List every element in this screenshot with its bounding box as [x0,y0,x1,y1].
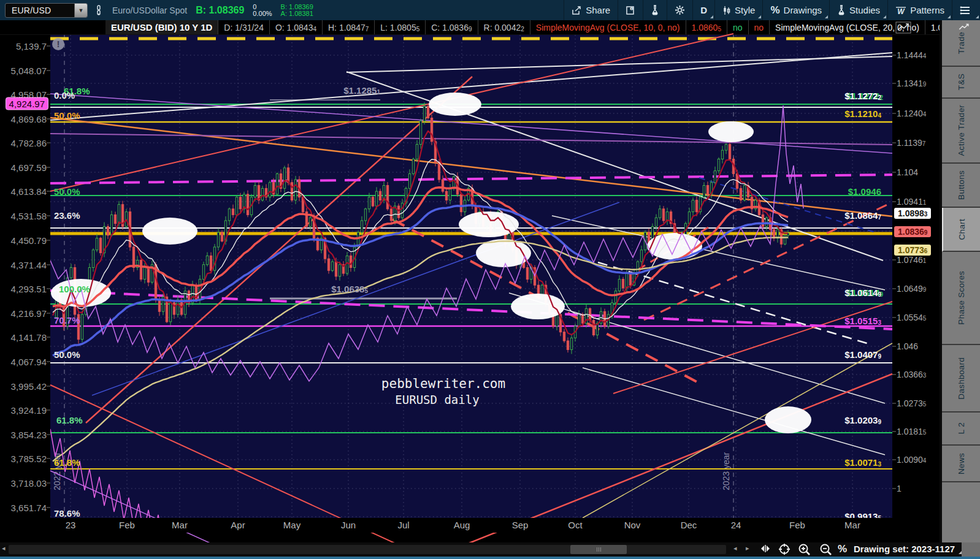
price-level-label: $1.0946 [848,186,881,197]
chart-scrollbar-thumb[interactable] [570,545,627,554]
share-button[interactable]: Share [564,0,618,20]
sidebar-tab-buttons[interactable]: Buttons [942,164,980,208]
sidebar-filler [942,482,980,542]
studies-button[interactable]: Studies [829,0,887,20]
chart-title-cell: EUR/USD (BID) 10 Y 1D [105,20,218,34]
fib-retracement-label: 23.6% [54,210,80,221]
sidebar-tab-l-2[interactable]: L 2 [942,413,980,446]
chart-restore-icon[interactable] [895,21,911,34]
ask-small: A: 1.08381 [281,10,313,17]
percent-zoom-icon[interactable]: % [838,543,852,556]
chart-header-cell[interactable]: SimpleMovingAvg (CLOSE, 10, 0, no) [530,20,686,34]
candlestick-style-icon [722,6,731,15]
sidebar-tab-label: Chart [957,219,967,240]
pan-left-arrow[interactable]: ◂ [733,544,737,552]
timeframe-button[interactable]: D [692,0,714,20]
chart-header-cell: C: 1.08369 [426,20,478,34]
price-chart[interactable]: 2022 year2023 year61.8%0.0%50.0%50.0%23.… [0,0,940,542]
left-axis-label: 3,995.42 [11,381,47,392]
sidebar-tab-t-s[interactable]: T&S [942,67,980,99]
right-axis-label: 1.01815 [897,427,926,436]
style-button[interactable]: Style [714,0,762,20]
price-level-label: $1.04079 [844,349,881,360]
sidebar-tab-phase-scores[interactable]: Phase Scores [942,252,980,345]
restore-panel-icon[interactable] [957,22,973,33]
price-level-label: $1.06149 [844,287,881,298]
left-axis-label: 4,869.68 [11,114,47,124]
drawing-lines [50,34,892,542]
sidebar-tab-dashboard[interactable]: Dashboard [942,345,980,413]
month-label: Jun [341,520,356,530]
chart-header-cell[interactable]: no [749,20,770,34]
fib-retracement-label: 50.0% [54,349,80,360]
price-level-label: $1.12722 [844,91,881,101]
month-label: Feb [119,520,135,530]
pan-right-arrow[interactable]: ▸ [746,544,749,552]
year-marker-label: 2022 year [52,452,62,490]
drawing-set-selector[interactable]: Drawing set: 2023-1127 [854,544,955,554]
sidebar-tab-label: Buttons [957,170,966,200]
link-chart-icon[interactable] [91,3,106,18]
change-percent: 0.00% [253,10,272,17]
percent-icon: % [770,4,779,17]
fib-retracement-label: 0.0% [54,90,75,101]
crosshair-target-icon[interactable] [778,543,792,556]
chart-header-strip: EUR/USD (BID) 10 Y 1DD: 1/31/24O: 1.0843… [0,20,940,35]
patterns-button[interactable]: W Patterns [887,0,952,20]
watermark-line1: pebblewriter.com [381,376,505,391]
share-label: Share [586,5,610,15]
right-axis-label: 1.11397 [897,138,925,148]
share-icon [572,6,582,15]
document-info-icon: i [626,6,635,15]
notes-button[interactable]: i [618,0,643,20]
analyze-button[interactable] [643,0,667,20]
symbol-selector[interactable]: EUR/USD ▼ [5,3,88,18]
time-axis: 23FebMarAprMayJunJulAugSepOctNovDec24Feb… [0,518,940,533]
drawings-button[interactable]: % Drawings [762,0,829,20]
left-axis-label: 4,531.58 [11,211,47,221]
fib-retracement-label: 61.8% [54,457,80,468]
left-axis-label: 3,785.52 [11,454,47,464]
right-axis-label: 1 [897,484,902,493]
left-axis-label: 5,139.7 [16,41,47,51]
month-label: May [283,520,301,530]
month-label: Nov [624,520,641,530]
price-level-label: $1.00713 [844,457,881,468]
right-axis-label: 1.14444 [897,50,926,60]
fib-retracement-label: 50.0% [54,186,80,197]
studies-label: Studies [849,5,880,15]
zoom-in-icon[interactable] [797,543,812,556]
price-level-label: $1.02039 [844,415,881,425]
right-axis-label: 1.06499 [897,284,926,294]
settings-button[interactable] [667,0,692,20]
dropdown-corner-icon [758,15,761,18]
chart-header-cell: D: 1/31/24 [218,20,270,34]
menu-button[interactable] [952,0,980,20]
sidebar-tab-label: T&S [957,74,966,90]
sidebar-tab-active-trader[interactable]: Active Trader [942,99,980,164]
axis-price-bubble: 1.08369 [894,226,931,237]
bottom-bar-endcap [962,542,980,557]
zoom-out-icon[interactable] [819,543,833,556]
right-axis-label: 1.02735 [897,398,926,408]
sidebar-tab-news[interactable]: News [942,446,980,482]
chart-header-cell[interactable]: 1.08605 [686,20,727,34]
chart-labels: 61.8%0.0%50.0%50.0%23.6%100.0%70.7%50.0%… [47,38,896,522]
alert-icon [52,38,64,50]
change-value: 0 [253,4,272,10]
scroll-left-arrow[interactable]: ◂ [2,544,6,552]
chart-plot-area[interactable]: 2022 year2023 year61.8%0.0%50.0%50.0%23.… [0,0,940,542]
highlight-ellipses [51,93,811,433]
sidebar-tab-label: Phase Scores [957,271,966,325]
price-level-label: $1.05153 [844,316,881,326]
timeframe-label: D [700,5,707,15]
fit-width-icon[interactable] [759,543,773,556]
symbol-dropdown-icon[interactable]: ▼ [74,4,87,17]
sidebar-tab-label: Active Trader [957,105,966,156]
sidebar-tab-chart[interactable]: Chart [942,208,980,252]
symbol-input[interactable]: EUR/USD [6,6,74,15]
left-axis-label: 4,293.51 [11,284,47,294]
chart-scrollbar-track[interactable] [9,545,726,554]
dropdown-corner-icon [710,15,713,18]
left-axis-highlight-price: 4,924.97 [6,97,48,110]
